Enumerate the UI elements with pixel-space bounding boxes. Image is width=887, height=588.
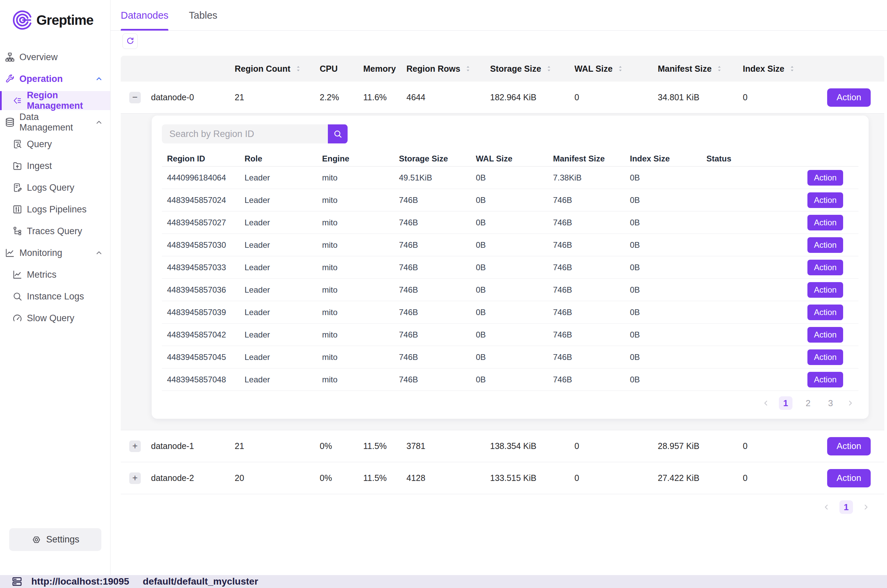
region-action-button[interactable]: Action [807,327,843,343]
settings-button[interactable]: Settings [9,528,101,551]
sidebar-item[interactable]: Ingest [0,156,110,176]
column-header[interactable]: Region Rows [406,64,490,74]
region-search-input[interactable] [162,124,328,143]
column-header[interactable]: Storage Size [490,64,574,74]
chevron-up-icon[interactable] [95,118,104,127]
sidebar-item[interactable]: Traces Query [0,222,110,241]
sidebar-item[interactable]: Query [0,135,110,154]
collapse-button[interactable] [129,92,141,104]
page-number-button[interactable]: 3 [824,396,837,410]
region-id-cell: 4483945857048 [162,375,239,384]
expand-button[interactable] [129,472,141,484]
region-action-button[interactable]: Action [807,237,843,253]
datanodes-table-header: Region Count CPU Memory Region Rows [121,56,884,82]
sidebar-item[interactable]: Data Management [0,113,110,132]
column-header[interactable]: Memory [363,64,406,74]
region-icon [12,96,23,106]
search-button[interactable] [328,124,347,143]
index-size-cell: 0B [625,240,701,250]
region-pagination: 123 [162,396,858,411]
sort-icon[interactable] [716,64,723,73]
engine-cell: mito [317,240,394,250]
cpu-cell: 0% [320,473,363,483]
sort-icon[interactable] [545,64,553,73]
sidebar-item[interactable]: Metrics [0,265,110,284]
tab[interactable]: Tables [189,0,217,31]
manifest-size-cell: 746B [548,375,625,384]
column-header[interactable]: Index Size [743,64,827,74]
memory-cell: 11.5% [363,441,406,451]
prev-page-button[interactable] [762,399,770,407]
datanode-action-button[interactable]: Action [827,437,870,456]
region-row: 4483945857045 Leader mito 746B 0B 746B 0… [162,346,858,368]
manifest-size-cell: 746B [548,240,625,250]
wal-size-cell: 0 [574,93,658,102]
datanodes-pagination: 1 [111,500,887,514]
region-column-header: Region ID [162,154,239,164]
sidebar-item[interactable]: Monitoring [0,243,110,262]
next-page-button[interactable] [862,503,870,511]
engine-cell: mito [317,330,394,339]
sidebar-item[interactable]: Logs Query [0,178,110,197]
region-action-button[interactable]: Action [807,372,843,387]
datanodes-table: Region Count CPU Memory Region Rows [121,56,884,494]
manifest-size-cell: 28.957 KiB [658,441,743,451]
manifest-size-cell: 746B [548,330,625,339]
role-cell: Leader [239,263,317,272]
region-action-button[interactable]: Action [807,192,843,208]
region-id-cell: 4483945857030 [162,240,239,250]
sidebar-item[interactable]: Region Management [0,91,110,110]
engine-cell: mito [317,352,394,362]
role-cell: Leader [239,240,317,250]
region-action-button[interactable]: Action [807,282,843,298]
column-header[interactable]: Region Count [235,64,320,74]
page-number-button[interactable]: 2 [801,396,815,410]
sidebar-item[interactable]: Slow Query [0,309,110,328]
page-number-button[interactable]: 1 [779,396,792,410]
page-number-button[interactable]: 1 [839,500,853,514]
index-size-cell: 0 [743,441,827,451]
chevron-up-icon[interactable] [95,74,104,83]
region-action-button[interactable]: Action [807,170,843,186]
index-size-cell: 0B [625,330,701,339]
role-cell: Leader [239,308,317,317]
index-size-cell: 0B [625,352,701,362]
sort-icon[interactable] [295,64,302,73]
region-table-header: Region IDRoleEngineStorage SizeWAL SizeM… [162,151,858,166]
sidebar-item[interactable]: Operation [0,69,110,88]
column-header[interactable]: WAL Size [574,64,658,74]
region-column-header: WAL Size [471,154,548,164]
sidebar-item[interactable]: Instance Logs [0,287,110,306]
region-table-body: 4440996184064 Leader mito 49.51KiB 0B 7.… [162,166,858,391]
sliders-icon [12,204,23,214]
region-id-cell: 4483945857039 [162,308,239,317]
tab[interactable]: Datanodes [121,0,168,31]
role-cell: Leader [239,375,317,384]
storage-size-cell: 138.354 KiB [490,441,574,451]
toolbar [111,33,887,49]
column-header[interactable]: Manifest Size [658,64,743,74]
index-size-cell: 0B [625,173,701,183]
column-header[interactable]: CPU [320,64,363,74]
region-action-button[interactable]: Action [807,260,843,275]
region-action-button[interactable]: Action [807,215,843,231]
sort-icon[interactable] [616,64,624,73]
datanode-name: datanode-2 [151,473,235,483]
datanode-action-button[interactable]: Action [827,469,870,488]
refresh-button[interactable] [122,33,138,49]
sidebar-item[interactable]: Overview [0,48,110,67]
next-page-button[interactable] [846,399,854,407]
prev-page-button[interactable] [822,503,831,511]
region-action-button[interactable]: Action [807,304,843,320]
sort-icon[interactable] [464,64,472,73]
region-action-button[interactable]: Action [807,350,843,365]
expand-button[interactable] [129,441,141,452]
wal-size-cell: 0B [471,240,548,250]
chevron-up-icon[interactable] [95,249,104,257]
memory-cell: 11.6% [363,93,406,102]
sort-icon[interactable] [788,64,796,73]
sidebar-item[interactable]: Logs Pipelines [0,200,110,219]
role-cell: Leader [239,195,317,205]
manifest-size-cell: 746B [548,263,625,272]
datanode-action-button[interactable]: Action [827,88,870,107]
